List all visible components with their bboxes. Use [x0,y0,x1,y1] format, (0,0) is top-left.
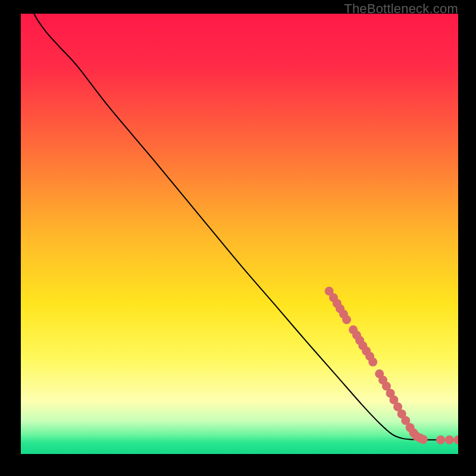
gradient-background [21,14,458,454]
data-point [445,436,454,444]
data-point [436,436,445,444]
data-point [368,358,377,367]
plot-area [21,14,458,454]
chart-frame: TheBottleneck.com [0,0,476,476]
chart-svg [21,14,458,454]
data-point [419,435,428,444]
data-point [342,315,351,324]
